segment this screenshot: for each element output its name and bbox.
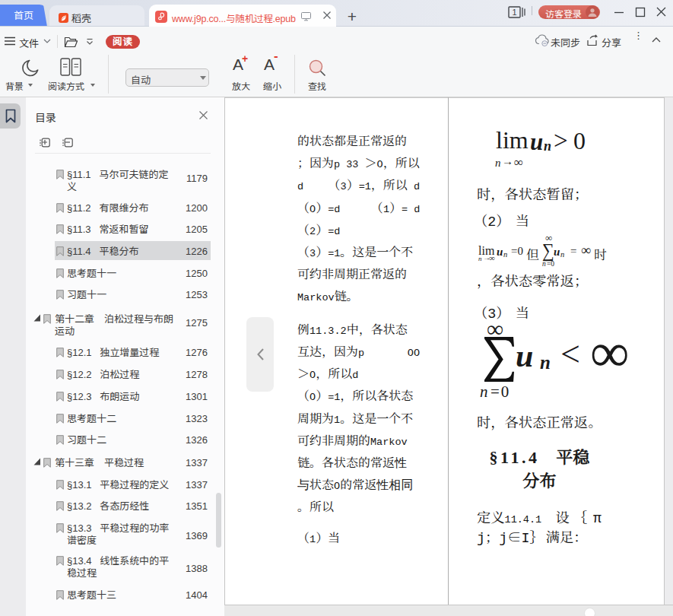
svg-text:1: 1: [512, 8, 516, 17]
